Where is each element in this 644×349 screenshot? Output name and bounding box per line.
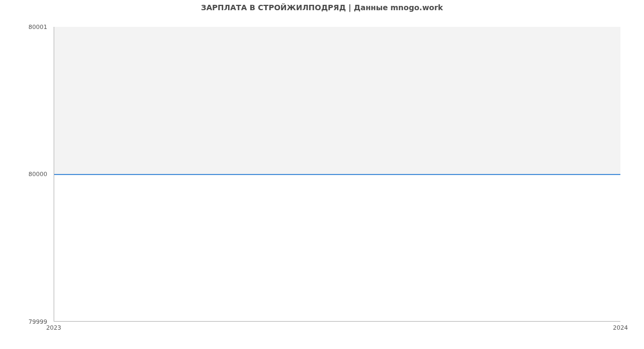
- x-tick-label-left: 2023: [46, 324, 61, 331]
- plot-lower-band: [54, 174, 620, 321]
- y-tick-label-mid: 80000: [0, 171, 50, 178]
- y-tick-label-bottom: 79999: [0, 318, 50, 325]
- plot-area: [54, 27, 620, 322]
- x-tick-label-right: 2024: [613, 324, 628, 331]
- y-tick-label-top: 80001: [0, 24, 50, 31]
- series-line-salary: [54, 174, 620, 175]
- chart-container: ЗАРПЛАТА В СТРОЙЖИЛПОДРЯД | Данные mnogo…: [0, 0, 644, 349]
- chart-title: ЗАРПЛАТА В СТРОЙЖИЛПОДРЯД | Данные mnogo…: [0, 3, 644, 12]
